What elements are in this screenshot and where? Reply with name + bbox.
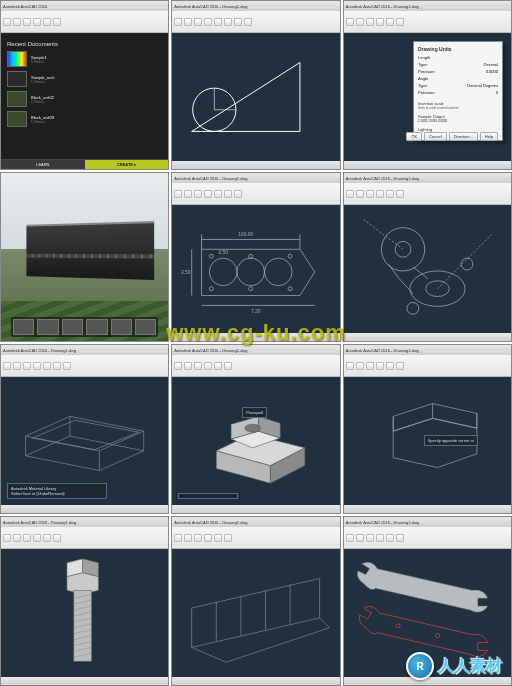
ribbon-button[interactable] [3,18,11,26]
ribbon-button[interactable] [33,18,41,26]
ribbon-button[interactable] [366,534,374,542]
ribbon-button[interactable] [346,362,354,370]
ribbon-button[interactable] [346,18,354,26]
ribbon-button[interactable] [366,18,374,26]
ribbon-button[interactable] [43,362,51,370]
ribbon-button[interactable] [214,362,222,370]
ribbon-button[interactable] [396,362,404,370]
ribbon-button[interactable] [234,18,242,26]
ribbon-button[interactable] [386,362,394,370]
ribbon-button[interactable] [43,18,51,26]
drawing-canvas[interactable]: Drawing Units Length Type:Decimal Precis… [344,33,511,161]
render-thumb[interactable] [111,319,132,335]
drawing-canvas[interactable] [1,549,168,677]
recent-item[interactable]: Block_unit02 C:\Users\... [7,91,162,107]
recent-item[interactable]: Block_unit03 C:\Users\... [7,111,162,127]
ribbon[interactable] [172,527,339,549]
ribbon-button[interactable] [204,18,212,26]
ribbon[interactable] [172,183,339,205]
cancel-button[interactable]: Cancel [424,132,446,141]
ribbon-button[interactable] [174,190,182,198]
render-thumb[interactable] [135,319,156,335]
ribbon[interactable] [344,183,511,205]
drawing-canvas[interactable]: 100.00 7.20 3.50 2.50 [172,205,339,333]
recent-item[interactable]: Sample_arch C:\Users\... [7,71,162,87]
ribbon-button[interactable] [184,190,192,198]
ribbon-button[interactable] [33,534,41,542]
ribbon-button[interactable] [194,534,202,542]
ribbon-button[interactable] [13,362,21,370]
recent-item[interactable]: Sample1 C:\Users\... [7,51,162,67]
render-thumb[interactable] [86,319,107,335]
ribbon-button[interactable] [53,18,61,26]
ribbon-button[interactable] [356,534,364,542]
ribbon-button[interactable] [3,362,11,370]
ribbon-button[interactable] [366,190,374,198]
ribbon-button[interactable] [174,534,182,542]
render-thumb[interactable] [37,319,58,335]
field-value[interactable]: Decimal [484,62,498,67]
ribbon-button[interactable] [356,18,364,26]
ribbon-button[interactable] [53,534,61,542]
ribbon-button[interactable] [184,18,192,26]
ribbon-button[interactable] [13,18,21,26]
ribbon-button[interactable] [386,534,394,542]
ribbon[interactable] [172,11,339,33]
ribbon-button[interactable] [204,534,212,542]
ribbon-button[interactable] [63,362,71,370]
ribbon-button[interactable] [214,190,222,198]
drawing-canvas[interactable]: Autodesk Material Library Select face or… [1,377,168,505]
ribbon-button[interactable] [214,534,222,542]
ribbon-button[interactable] [224,18,232,26]
ribbon-button[interactable] [194,190,202,198]
ribbon[interactable] [344,527,511,549]
ribbon-button[interactable] [184,534,192,542]
command-line[interactable] [178,493,238,499]
ribbon-button[interactable] [376,190,384,198]
ribbon-button[interactable] [184,362,192,370]
ribbon-button[interactable] [53,362,61,370]
ribbon-button[interactable] [214,18,222,26]
ribbon-button[interactable] [356,362,364,370]
ribbon-button[interactable] [204,362,212,370]
render-thumb[interactable] [62,319,83,335]
ribbon-button[interactable] [43,534,51,542]
ribbon[interactable] [1,527,168,549]
drawing-canvas[interactable] [172,33,339,161]
ribbon-button[interactable] [23,362,31,370]
ribbon-button[interactable] [23,534,31,542]
learn-button[interactable]: LEARN [1,159,85,169]
ribbon-button[interactable] [204,190,212,198]
ribbon-button[interactable] [23,18,31,26]
ribbon-button[interactable] [396,18,404,26]
field-value[interactable]: 0.0000 [486,69,498,74]
field-value[interactable]: Decimal Degrees [467,83,498,88]
ribbon-button[interactable] [224,362,232,370]
ribbon-button[interactable] [386,18,394,26]
render-thumb[interactable] [13,319,34,335]
ribbon-button[interactable] [194,18,202,26]
drawing-canvas[interactable] [172,549,339,677]
ribbon-button[interactable] [13,534,21,542]
ribbon-button[interactable] [234,190,242,198]
ribbon[interactable] [1,11,168,33]
ribbon-button[interactable] [396,534,404,542]
drawing-canvas[interactable] [344,549,511,677]
ribbon-button[interactable] [174,362,182,370]
ok-button[interactable]: OK [406,132,422,141]
ribbon-button[interactable] [376,18,384,26]
ribbon[interactable] [1,355,168,377]
ribbon-button[interactable] [3,534,11,542]
ribbon-button[interactable] [194,362,202,370]
ribbon-button[interactable] [224,190,232,198]
direction-button[interactable]: Direction... [449,132,478,141]
ribbon-button[interactable] [33,362,41,370]
drawing-canvas[interactable]: Specify opposite corner or [344,377,511,505]
ribbon-button[interactable] [386,190,394,198]
create-button[interactable]: CREATE ▸ [85,159,169,169]
ribbon-button[interactable] [376,534,384,542]
field-value[interactable]: 0 [496,90,498,95]
ribbon-button[interactable] [346,190,354,198]
drawing-canvas[interactable] [344,205,511,333]
drawing-canvas[interactable]: Presspull [172,377,339,505]
